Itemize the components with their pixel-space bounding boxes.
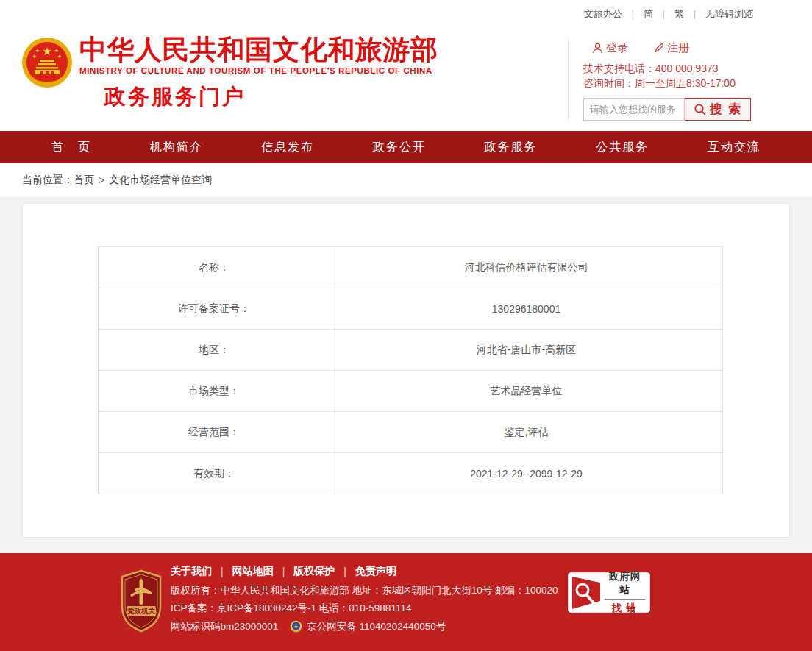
topbar-link-traditional[interactable]: 繁	[674, 7, 684, 21]
row-value: 2021-12-29--2099-12-29	[330, 453, 723, 494]
row-label: 许可备案证号：	[99, 288, 330, 330]
separator: |	[221, 566, 224, 577]
search-icon	[694, 103, 707, 116]
table-row: 有效期： 2021-12-29--2099-12-29	[99, 453, 723, 494]
search-input[interactable]	[583, 98, 685, 121]
nav-item-home[interactable]: 首 页	[51, 140, 91, 155]
breadcrumb-current: 文化市场经营单位查询	[109, 174, 212, 187]
row-value: 河北省-唐山市-高新区	[330, 330, 723, 371]
user-icon	[592, 43, 603, 54]
emblem-label: 党政机关	[127, 607, 156, 615]
service-hours: 咨询时间：周一至周五8:30-17:00	[583, 76, 788, 90]
table-row: 许可备案证号： 130296180001	[99, 288, 723, 330]
table-row: 市场类型： 艺术品经营单位	[99, 371, 723, 412]
row-value: 艺术品经营单位	[330, 371, 723, 412]
footer-icp-line: ICP备案：京ICP备18030242号-1 电话：010-59881114	[171, 602, 558, 613]
footer-link-about[interactable]: 关于我们	[171, 565, 212, 578]
svg-text:★: ★	[57, 54, 62, 59]
register-link[interactable]: 注册	[653, 41, 689, 55]
topbar-link-office[interactable]: 文旅办公	[584, 7, 622, 21]
footer-link-sitemap[interactable]: 网站地图	[232, 565, 274, 578]
breadcrumb-home-link[interactable]: 首页	[74, 174, 94, 187]
title-block: 中华人民共和国文化和旅游部 MINISTRY OF CULTURE AND TO…	[79, 35, 438, 112]
register-label: 注册	[667, 41, 689, 55]
site-title-english: MINISTRY OF CULTURE AND TOURISM OF THE P…	[79, 66, 438, 75]
topbar-links: 文旅办公 | 简 | 繁 | 无障碍浏览	[584, 7, 753, 21]
nav-item-public-services[interactable]: 公共服务	[596, 140, 649, 155]
brand: ★ ★ ★ ★ ★ 中华人民共和国文化和旅游部 MINISTRY OF CULT…	[21, 35, 438, 112]
footer-record-line: 网站标识码bm23000001 ★ 京公网安备 11040202440050号	[171, 620, 558, 633]
national-emblem-logo: ★ ★ ★ ★ ★	[21, 37, 74, 88]
search-button-label: 搜 索	[710, 101, 743, 118]
row-label: 有效期：	[99, 453, 330, 494]
detail-table: 名称： 河北科信价格评估有限公司 许可备案证号： 130296180001 地区…	[98, 246, 723, 494]
nav-item-news[interactable]: 信息发布	[261, 140, 314, 155]
error-badge-subtitle: 找错	[605, 600, 645, 615]
svg-text:★: ★	[54, 48, 59, 53]
svg-text:★: ★	[42, 45, 51, 57]
footer-link-disclaimer[interactable]: 免责声明	[355, 565, 396, 578]
separator: |	[694, 9, 696, 19]
police-badge-icon: ★	[290, 620, 302, 633]
auth-row: 登录 注册	[592, 41, 788, 55]
row-label: 名称：	[99, 247, 330, 288]
login-link[interactable]: 登录	[592, 41, 628, 55]
site-title: 中华人民共和国文化和旅游部	[79, 35, 438, 65]
top-utility-bar: 文旅办公 | 简 | 繁 | 无障碍浏览	[0, 0, 812, 28]
footer-copyright-line: 版权所有：中华人民共和国文化和旅游部 地址：东城区朝阳门北大街10号 邮编：10…	[171, 585, 558, 596]
error-report-flag-icon	[571, 576, 601, 610]
row-value: 130296180001	[330, 288, 723, 330]
separator: |	[282, 566, 285, 577]
svg-text:★: ★	[32, 54, 37, 59]
breadcrumb-prefix: 当前位置：	[22, 174, 74, 187]
breadcrumb: 当前位置： 首页 > 文化市场经营单位查询	[0, 163, 812, 197]
footer-link-copyright[interactable]: 版权保护	[293, 565, 335, 578]
main-nav: 首 页 机构简介 信息发布 政务公开 政务服务 公共服务 互动交流	[0, 131, 812, 163]
site-footer: 党政机关 关于我们 | 网站地图 | 版权保护 | 免责声明 版权所有：中华人民…	[0, 553, 812, 651]
topbar-link-accessibility[interactable]: 无障碍浏览	[705, 7, 753, 21]
row-value: 鉴定,评估	[330, 412, 723, 453]
svg-text:★: ★	[294, 624, 299, 629]
error-badge-text: 政府网站 找错	[605, 570, 645, 615]
search-bar: 搜 索	[583, 98, 788, 121]
portal-subtitle: 政务服务门户	[104, 82, 438, 112]
footer-links: 关于我们 | 网站地图 | 版权保护 | 免责声明	[171, 565, 558, 578]
search-button[interactable]: 搜 索	[685, 98, 751, 121]
site-header: ★ ★ ★ ★ ★ 中华人民共和国文化和旅游部 MINISTRY OF CULT…	[0, 28, 812, 131]
content-area: 名称： 河北科信价格评估有限公司 许可备案证号： 130296180001 地区…	[0, 197, 812, 553]
login-label: 登录	[606, 41, 628, 55]
row-value: 河北科信价格评估有限公司	[330, 247, 723, 288]
separator: |	[663, 9, 665, 19]
svg-text:★: ★	[35, 48, 40, 53]
row-label: 市场类型：	[99, 371, 330, 412]
row-label: 地区：	[99, 330, 330, 371]
pen-icon	[653, 43, 664, 54]
site-identifier-code: 网站标识码bm23000001	[171, 621, 278, 632]
nav-item-about[interactable]: 机构简介	[150, 140, 203, 155]
nav-item-gov-services[interactable]: 政务服务	[485, 140, 538, 155]
table-row: 名称： 河北科信价格评估有限公司	[99, 247, 723, 288]
nav-item-gov-disclosure[interactable]: 政务公开	[373, 140, 426, 155]
support-phone: 技术支持电话：400 000 9373	[583, 61, 788, 76]
result-panel: 名称： 河北科信价格评估有限公司 许可备案证号： 130296180001 地区…	[22, 203, 790, 538]
error-badge-title: 政府网站	[605, 570, 645, 600]
header-utility-panel: 登录 注册 技术支持电话：400 000 9373 咨询时间：周一至周五8:30…	[568, 38, 788, 121]
breadcrumb-separator: >	[99, 174, 104, 186]
table-row: 地区： 河北省-唐山市-高新区	[99, 330, 723, 371]
party-government-emblem: 党政机关	[119, 569, 163, 633]
gov-site-error-report-badge[interactable]: 政府网站 找错	[568, 572, 650, 613]
separator: |	[632, 9, 634, 19]
police-record-link[interactable]: 京公网安备 11040202440050号	[307, 621, 446, 632]
nav-item-interaction[interactable]: 互动交流	[708, 140, 761, 155]
row-label: 经营范围：	[99, 412, 330, 453]
table-row: 经营范围： 鉴定,评估	[99, 412, 723, 453]
separator: |	[343, 566, 346, 577]
footer-text: 关于我们 | 网站地图 | 版权保护 | 免责声明 版权所有：中华人民共和国文化…	[171, 565, 558, 633]
topbar-link-simplified[interactable]: 简	[644, 7, 653, 21]
